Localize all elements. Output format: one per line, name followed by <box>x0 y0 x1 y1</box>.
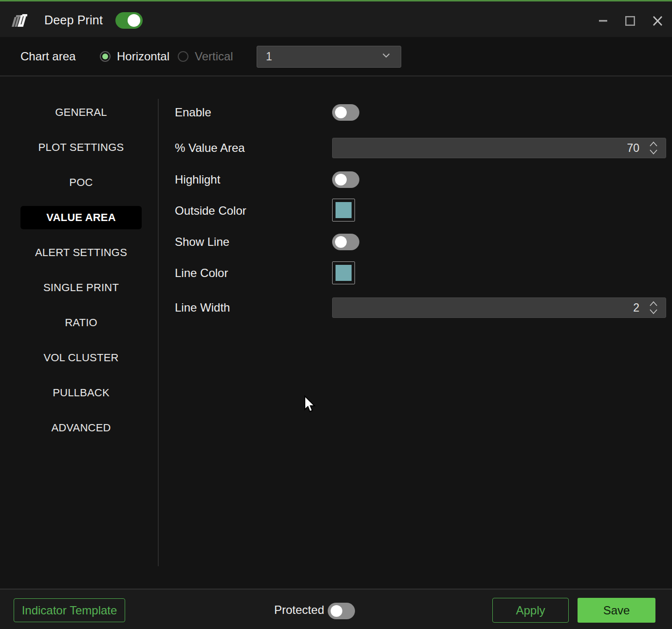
title-bar[interactable]: Deep Print <box>0 1 672 37</box>
highlight-toggle[interactable] <box>332 171 359 188</box>
value-area-pct-value: 70 <box>627 138 639 158</box>
toggle-knob <box>335 236 347 248</box>
protected-toggle[interactable] <box>328 603 355 619</box>
minimize-icon <box>599 20 607 22</box>
toggle-knob <box>335 107 347 118</box>
radio-circle <box>100 51 111 62</box>
chart-area-bar: Chart area Horizontal Vertical 1 <box>0 37 672 76</box>
sidebar-item-general[interactable]: GENERAL <box>20 101 142 124</box>
show-line-toggle[interactable] <box>332 234 359 250</box>
indicator-template-button[interactable]: Indicator Template <box>14 598 125 622</box>
close-button[interactable] <box>644 3 671 38</box>
radio-horizontal-label: Horizontal <box>117 50 169 63</box>
highlight-label: Highlight <box>175 173 220 186</box>
sidebar-item-alert-settings[interactable]: ALERT SETTINGS <box>20 241 142 264</box>
radio-dot <box>102 54 108 59</box>
minimize-button[interactable] <box>589 3 616 38</box>
toggle-knob <box>128 14 140 27</box>
enable-toggle[interactable] <box>332 104 359 121</box>
line-width-value: 2 <box>633 298 639 317</box>
chart-area-label: Chart area <box>20 37 75 75</box>
line-color-label: Line Color <box>175 266 228 280</box>
indicator-power-toggle[interactable] <box>115 12 143 29</box>
sidebar-item-plot-settings[interactable]: PLOT SETTINGS <box>20 136 142 159</box>
value-area-pct-label: % Value Area <box>175 141 245 155</box>
outside-color-label: Outside Color <box>175 204 246 218</box>
chart-number-dropdown[interactable]: 1 <box>257 46 401 68</box>
sidebar-item-poc[interactable]: POC <box>20 171 142 194</box>
sidebar-item-pullback[interactable]: PULLBACK <box>20 381 142 405</box>
close-icon <box>653 16 663 26</box>
maximize-button[interactable] <box>616 3 644 38</box>
chevron-down-icon <box>382 53 390 58</box>
value-area-pct-input[interactable]: 70 <box>332 138 666 158</box>
show-line-label: Show Line <box>175 235 229 249</box>
spinner-arrows[interactable] <box>649 300 658 315</box>
radio-vertical-label: Vertical <box>195 50 233 63</box>
radio-circle <box>178 51 188 62</box>
outside-color-swatch[interactable] <box>332 199 355 222</box>
line-width-label: Line Width <box>175 301 230 314</box>
sidebar-item-vol-cluster[interactable]: VOL CLUSTER <box>20 346 142 370</box>
apply-button[interactable]: Apply <box>492 598 569 623</box>
enable-label: Enable <box>175 106 211 119</box>
sidebar-item-ratio[interactable]: RATIO <box>20 311 142 334</box>
sidebar-item-advanced[interactable]: ADVANCED <box>20 416 142 440</box>
deep-print-window: Deep Print Chart area Horizontal Vertica… <box>0 0 672 629</box>
save-button[interactable]: Save <box>578 598 655 623</box>
dropdown-value: 1 <box>266 46 272 67</box>
toggle-knob <box>335 174 347 185</box>
line-color-fill <box>336 265 352 281</box>
radio-vertical[interactable]: Vertical <box>178 37 233 75</box>
protected-label: Protected <box>274 590 324 629</box>
settings-panel: Enable % Value Area 70 Highlight Outside… <box>158 77 672 587</box>
footer-bar: Indicator Template Protected Apply Save <box>0 589 672 629</box>
outside-color-fill <box>336 202 352 218</box>
app-logo-icon <box>11 14 27 28</box>
spinner-arrows[interactable] <box>649 140 658 156</box>
toggle-knob <box>331 605 342 617</box>
line-color-swatch[interactable] <box>332 261 355 284</box>
sidebar-item-value-area[interactable]: VALUE AREA <box>20 206 142 229</box>
maximize-icon <box>625 16 635 26</box>
radio-horizontal[interactable]: Horizontal <box>100 37 169 75</box>
sidebar-item-single-print[interactable]: SINGLE PRINT <box>20 276 142 299</box>
app-title: Deep Print <box>44 1 103 39</box>
line-width-input[interactable]: 2 <box>332 297 666 318</box>
